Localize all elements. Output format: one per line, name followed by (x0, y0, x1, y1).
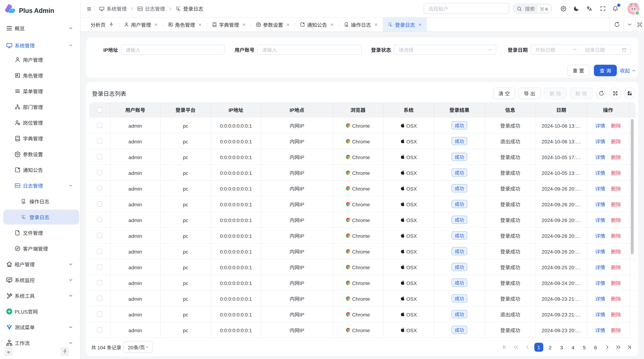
svg-text:DEV: DEV (16, 184, 20, 186)
svg-text:DEV: DEV (138, 8, 142, 10)
